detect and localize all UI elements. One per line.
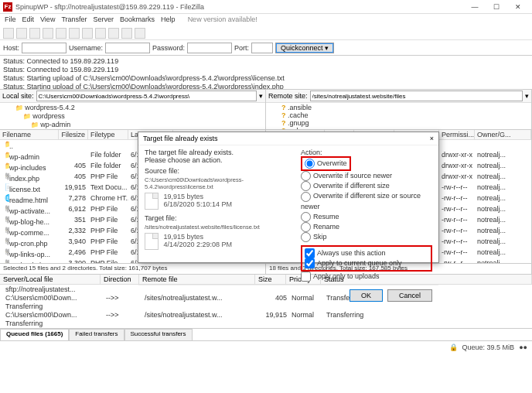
- toolbar-icon[interactable]: [29, 28, 40, 39]
- menu-help[interactable]: Help: [161, 15, 176, 25]
- toolbar: [0, 26, 532, 40]
- password-label: Password:: [152, 44, 185, 52]
- status-dots: ●●: [519, 343, 527, 351]
- quickconnect-bar: Host: Username: Password: Port: Quickcon…: [0, 40, 532, 56]
- file-icon: [145, 233, 159, 250]
- toolbar-icon[interactable]: [82, 28, 93, 39]
- lock-icon: 🔒: [449, 343, 458, 351]
- port-label: Port:: [234, 44, 249, 52]
- username-label: Username:: [69, 44, 103, 52]
- chevron-down-icon: ▾: [325, 44, 329, 52]
- toolbar-sitemanager-icon[interactable]: [3, 28, 14, 39]
- chevron-down-icon[interactable]: ▾: [525, 92, 529, 100]
- queue-size: Queue: 39.5 MiB: [462, 343, 515, 351]
- menu-bookmarks[interactable]: Bookmarks: [120, 15, 155, 25]
- username-input[interactable]: [105, 43, 150, 53]
- queue-row[interactable]: C:\Users\cm00\Down...-->>/sites/notrealj…: [3, 311, 529, 320]
- radio-rename[interactable]: Rename: [301, 222, 432, 232]
- target-path: /sites/notrealjustatest.website/files/li…: [145, 224, 295, 231]
- menu-transfer[interactable]: Transfer: [61, 15, 87, 25]
- menu-view[interactable]: View: [40, 15, 55, 25]
- toolbar-icon[interactable]: [95, 28, 106, 39]
- remote-pane: Remote site: ▾ .ansible.cache.gnupg.ssh.…: [266, 90, 532, 129]
- chevron-down-icon[interactable]: ▾: [259, 92, 263, 100]
- queue-row[interactable]: Transferring: [3, 320, 529, 328]
- dialog-title: Target file already exists: [143, 135, 218, 142]
- local-pane: Local site: ▾ wordpress-5.4.2wordpresswp…: [0, 90, 266, 129]
- radio-resume[interactable]: Resume: [301, 212, 432, 222]
- file-icon: [145, 193, 159, 210]
- title-bar: Fz SpinupWP - sftp://notrealjustatest@15…: [0, 0, 532, 14]
- host-input[interactable]: [22, 43, 66, 53]
- app-icon: Fz: [3, 2, 12, 12]
- window-title: SpinupWP - sftp://notrealjustatest@159.8…: [15, 3, 464, 11]
- queue-tabs: Queued files (1665) Failed transfers Suc…: [0, 328, 532, 340]
- tab-failed[interactable]: Failed transfers: [69, 329, 124, 340]
- action-label: Action:: [301, 149, 432, 156]
- source-path: C:\Users\cm00\Downloads\wordpress-5.4.2\…: [145, 176, 295, 190]
- message-log: Status: Connected to 159.89.229.119 Stat…: [0, 56, 532, 90]
- remote-tree[interactable]: .ansible.cache.gnupg.ssh.wp-clifiles: [266, 103, 531, 129]
- toolbar-icon[interactable]: [69, 28, 80, 39]
- tab-queued[interactable]: Queued files (1665): [0, 329, 69, 340]
- checkbox-apply-uploads[interactable]: Apply only to uploads: [301, 272, 432, 282]
- password-input[interactable]: [187, 43, 232, 53]
- checkbox-always[interactable]: Always use this action: [305, 248, 428, 258]
- cancel-button[interactable]: Cancel: [387, 289, 432, 302]
- local-site-label: Local site:: [2, 92, 34, 100]
- menu-server[interactable]: Server: [94, 15, 114, 25]
- radio-overwrite[interactable]: Overwrite: [305, 159, 347, 169]
- host-label: Host:: [3, 44, 19, 52]
- radio-if-diff-newer[interactable]: Overwrite if different size or source ne…: [301, 191, 432, 211]
- quickconnect-button[interactable]: Quickconnect ▾: [275, 43, 334, 53]
- minimize-button[interactable]: —: [464, 1, 486, 13]
- close-button[interactable]: ✕: [507, 1, 529, 13]
- file-exists-dialog: Target file already exists × The target …: [138, 132, 439, 263]
- toolbar-icon[interactable]: [16, 28, 27, 39]
- close-icon[interactable]: ×: [430, 135, 434, 142]
- menu-edit[interactable]: Edit: [22, 15, 35, 25]
- toolbar-icon[interactable]: [43, 28, 53, 39]
- menu-bar: File Edit View Transfer Server Bookmarks…: [0, 14, 532, 26]
- remote-path-input[interactable]: [310, 91, 523, 101]
- remote-site-label: Remote site:: [268, 92, 308, 100]
- local-path-input[interactable]: [36, 91, 257, 101]
- maximize-button[interactable]: ☐: [486, 1, 507, 13]
- radio-if-newer[interactable]: Overwrite if source newer: [301, 171, 432, 181]
- ok-button[interactable]: OK: [350, 289, 383, 302]
- source-label: Source file:: [145, 167, 295, 175]
- menu-file[interactable]: File: [5, 15, 16, 25]
- checkbox-apply-queue[interactable]: Apply to current queue only: [305, 258, 428, 268]
- radio-if-diff[interactable]: Overwrite if different size: [301, 181, 432, 191]
- dialog-message: Please choose an action.: [145, 156, 295, 164]
- toolbar-icon[interactable]: [121, 28, 132, 39]
- dialog-message: The target file already exists.: [145, 149, 295, 156]
- toolbar-icon[interactable]: [108, 28, 119, 39]
- toolbar-icon[interactable]: [135, 28, 145, 39]
- tab-success[interactable]: Successful transfers: [124, 329, 193, 340]
- radio-skip[interactable]: Skip: [301, 232, 432, 242]
- port-input[interactable]: [251, 43, 273, 53]
- target-label: Target file:: [145, 214, 295, 222]
- toolbar-icon[interactable]: [56, 28, 66, 39]
- update-notice[interactable]: New version available!: [188, 15, 257, 25]
- local-tree[interactable]: wordpress-5.4.2wordpresswp-adminwp-conte…: [0, 103, 265, 129]
- status-bar: 🔒 Queue: 39.5 MiB ●●: [0, 340, 532, 353]
